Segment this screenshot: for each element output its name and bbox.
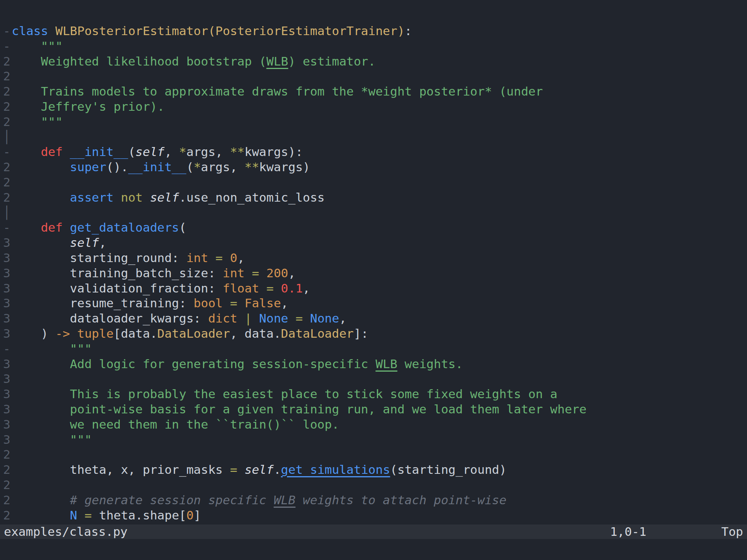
fold-column-marker[interactable]: 3 [3,402,11,417]
code-token [12,160,70,174]
code-token: kwargs): [244,145,303,159]
fold-column-marker[interactable]: 2 [3,159,11,175]
fold-column-marker[interactable]: 3 [3,266,11,281]
code-token: super [70,160,106,174]
fold-column-marker[interactable]: 2 [3,477,11,493]
code-token: training_batch_size: [12,266,223,280]
code-line-text: Jeffrey's prior). [12,99,165,114]
fold-column-marker[interactable]: 2 [3,54,11,69]
code-token [70,326,77,340]
code-token: , [288,266,296,280]
fold-column-marker[interactable]: │ [3,205,11,220]
code-token [113,190,121,204]
code-line[interactable]: 2 assert not self.use_non_atomic_loss [0,190,747,205]
code-line[interactable]: 2 # generate session specific WLB weight… [0,493,747,508]
fold-column-marker[interactable]: - [3,23,11,39]
code-token: starting_round: [12,251,186,265]
code-token: (). [106,160,128,174]
fold-column-marker[interactable]: - [3,341,11,356]
code-line[interactable]: 2 super().__init__(*args, **kwargs) [0,159,747,175]
code-token: : [405,24,412,38]
fold-column-marker[interactable]: 3 [3,281,11,296]
code-token: 0 [230,251,237,265]
code-token: get_simulations [281,463,390,477]
code-token: ) estimator. [288,54,375,68]
fold-column-marker[interactable]: 3 [3,326,11,341]
code-line[interactable]: -class WLBPosteriorEstimator(PosteriorEs… [0,23,747,39]
code-line[interactable]: 3 dataloader_kwargs: dict | None = None, [0,311,747,326]
code-line[interactable]: 2 """ [0,114,747,129]
fold-column-marker[interactable]: 3 [3,311,11,326]
code-token [259,281,267,295]
fold-column-marker[interactable]: 3 [3,417,11,432]
code-line[interactable]: 3 This is probably the easiest place to … [0,386,747,402]
code-token: we need them in the ``train()`` loop. [12,417,339,431]
fold-column-marker[interactable]: 3 [3,296,11,311]
code-line[interactable]: 2 Trains models to approximate draws fro… [0,84,747,99]
code-line[interactable]: 2 [0,69,747,84]
fold-column-marker[interactable]: │ [3,129,11,145]
fold-column-marker[interactable]: 2 [3,508,11,523]
fold-column-marker[interactable]: 2 [3,190,11,205]
code-line[interactable]: - def get_dataloaders( [0,220,747,235]
fold-column-marker[interactable]: - [3,220,11,235]
fold-column-marker[interactable]: - [3,144,11,159]
fold-column-marker[interactable]: 2 [3,84,11,99]
code-line[interactable]: │ [0,205,747,220]
fold-column-marker[interactable]: 2 [3,99,11,114]
code-line[interactable]: 3 training_batch_size: int = 200, [0,266,747,281]
code-line[interactable]: 2 Jeffrey's prior). [0,99,747,114]
code-token: This is probably the easiest place to st… [12,387,558,401]
fold-column-marker[interactable]: 2 [3,114,11,129]
code-token: int [186,251,208,265]
code-token: float [223,281,259,295]
code-line[interactable]: - def __init__(self, *args, **kwargs): [0,144,747,159]
code-token: point-wise basis for a given training ru… [12,402,586,416]
code-token: WLB [266,54,288,68]
code-line[interactable]: 2 N = theta.shape[0] [0,508,747,523]
code-token: DataLoader [281,326,354,340]
fold-column-marker[interactable]: 3 [3,371,11,386]
command-line-area[interactable] [0,539,747,560]
fold-column-marker[interactable]: 2 [3,447,11,462]
code-line[interactable]: 2 [0,175,747,190]
code-line[interactable]: 3 starting_round: int = 0, [0,250,747,266]
code-token: self [70,236,99,250]
code-line[interactable]: - """ [0,39,747,54]
code-token: self [150,190,179,204]
code-line[interactable]: 2 theta, x, prior_masks = self.get_simul… [0,462,747,477]
fold-column-marker[interactable]: 2 [3,175,11,190]
code-line[interactable]: │ [0,129,747,145]
code-token: bool [194,296,223,310]
code-line[interactable]: 2 [0,477,747,493]
code-token: __init__ [70,145,128,159]
code-line[interactable]: - """ [0,341,747,356]
fold-column-marker[interactable]: 3 [3,356,11,372]
code-area[interactable]: -class WLBPosteriorEstimator(PosteriorEs… [0,23,747,523]
code-line[interactable]: 3 ) -> tuple[data.DataLoader, data.DataL… [0,326,747,341]
fold-column-marker[interactable]: 3 [3,250,11,266]
code-token: theta.shape[ [92,508,186,522]
fold-column-marker[interactable]: 2 [3,69,11,84]
fold-column-marker[interactable]: 3 [3,235,11,250]
fold-column-marker[interactable]: 2 [3,462,11,477]
code-token: tuple [77,326,113,340]
fold-column-marker[interactable]: 2 [3,493,11,508]
code-line[interactable]: 3 resume_training: bool = False, [0,296,747,311]
code-token: weights to attach point-wise [296,493,506,507]
fold-column-marker[interactable]: 3 [3,386,11,402]
code-line[interactable]: 3 [0,371,747,386]
code-token [244,266,252,280]
fold-column-marker[interactable]: 3 [3,432,11,447]
code-line[interactable]: 3 we need them in the ``train()`` loop. [0,417,747,432]
code-line[interactable]: 3 validation_fraction: float = 0.1, [0,281,747,296]
code-token: not [121,190,143,204]
code-token: """ [12,39,63,53]
code-line[interactable]: 3 point-wise basis for a given training … [0,402,747,417]
fold-column-marker[interactable]: - [3,39,11,54]
code-line[interactable]: 3 """ [0,432,747,447]
code-line[interactable]: 3 Add logic for generating session-speci… [0,356,747,372]
code-line[interactable]: 2 [0,447,747,462]
code-line[interactable]: 2 Weighted likelihood bootstrap (WLB) es… [0,54,747,69]
code-line[interactable]: 3 self, [0,235,747,250]
